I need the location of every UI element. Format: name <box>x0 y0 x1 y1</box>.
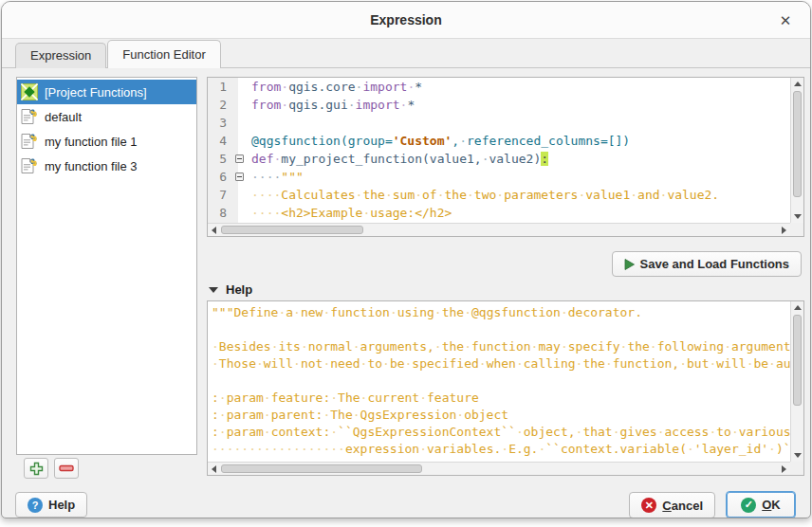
title-bar: Expression ✕ <box>2 2 810 39</box>
scroll-up-icon[interactable] <box>791 78 803 90</box>
triangle-down-icon <box>209 287 218 293</box>
tab-function-editor[interactable]: Function Editor <box>107 40 220 68</box>
plus-icon <box>29 462 44 476</box>
code-line-text: from·qgis.core·import·* <box>248 78 422 96</box>
code-line-text: def·my_project_function(value1,·value2): <box>248 150 548 168</box>
code-line-text: ····<h2>Example·usage:</h2> <box>248 204 452 222</box>
help-line <box>212 373 790 390</box>
cancel-button-label: Cancel <box>662 499 703 513</box>
code-line[interactable]: 6····""" <box>208 168 790 186</box>
python-file-icon <box>21 157 38 174</box>
code-line[interactable]: 3 <box>208 114 790 132</box>
help-button[interactable]: ? Help <box>15 492 87 518</box>
cancel-button[interactable]: ✕ Cancel <box>629 492 715 518</box>
help-vertical-scrollbar[interactable] <box>790 301 803 462</box>
code-line-text: from·qgis.gui·import·* <box>248 96 415 114</box>
list-item[interactable]: my function file 3 <box>17 154 196 178</box>
code-vscroll-thumb[interactable] <box>793 91 802 197</box>
scroll-left-icon[interactable] <box>208 224 220 236</box>
help-line: :·param·context:·``QgsExpressionContext`… <box>212 424 790 441</box>
dialog-title: Expression <box>370 12 441 27</box>
list-item[interactable]: [Project Functions] <box>17 80 196 104</box>
remove-function-file-button[interactable] <box>54 458 79 479</box>
fold-margin <box>232 96 248 114</box>
line-number: 2 <box>208 96 232 114</box>
list-item-label: default <box>45 110 82 124</box>
python-file-icon <box>21 108 38 125</box>
fold-margin <box>232 132 248 150</box>
code-horizontal-scrollbar[interactable] <box>208 223 790 236</box>
code-line-text: ····Calculates·the·sum·of·the·two·parame… <box>248 186 719 204</box>
line-number: 5 <box>208 150 232 168</box>
fold-margin <box>232 114 248 132</box>
code-hscroll-thumb[interactable] <box>221 226 363 234</box>
line-number: 1 <box>208 78 232 96</box>
help-line: ·Those·will·not·need·to·be·specified·whe… <box>212 355 790 373</box>
code-vertical-scrollbar[interactable] <box>790 78 803 223</box>
scroll-down-icon[interactable] <box>791 210 803 223</box>
code-line[interactable]: 1from·qgis.core·import·* <box>208 78 790 96</box>
ok-circle-icon: ✓ <box>741 498 756 513</box>
list-item[interactable]: my function file 1 <box>17 129 196 154</box>
scroll-right-icon[interactable] <box>778 463 790 475</box>
play-icon <box>624 259 635 270</box>
fold-margin <box>232 168 248 186</box>
function-files-list[interactable]: [Project Functions]defaultmy function fi… <box>16 77 197 455</box>
help-line: """Define·a·new·function·using·the·@qgsf… <box>212 304 790 321</box>
fold-collapse-icon[interactable] <box>235 154 244 163</box>
tab-bar: ExpressionFunction Editor <box>2 40 810 68</box>
cancel-circle-icon: ✕ <box>641 498 656 513</box>
python-file-icon <box>21 133 38 150</box>
scroll-right-icon[interactable] <box>778 224 790 236</box>
ok-button-label: OK <box>762 498 781 512</box>
help-text-pane[interactable]: """Define·a·new·function·using·the·@qgsf… <box>207 300 804 476</box>
code-line-text <box>248 114 251 132</box>
add-function-file-button[interactable] <box>24 458 48 479</box>
code-line-text: ····""" <box>248 168 304 186</box>
help-hscroll-thumb[interactable] <box>221 464 422 473</box>
ok-button[interactable]: ✓ OK <box>726 491 796 518</box>
help-line: ·Besides·its·normal·arguments,·the·funct… <box>212 338 790 355</box>
project-functions-icon <box>21 83 38 100</box>
fold-collapse-icon[interactable] <box>235 173 244 181</box>
fold-margin <box>232 78 248 96</box>
save-load-label: Save and Load Functions <box>640 257 789 271</box>
help-circle-icon: ? <box>28 498 43 513</box>
code-line[interactable]: 8····<h2>Example·usage:</h2> <box>208 204 790 222</box>
help-line: ··················expression·variables.·… <box>212 441 790 458</box>
scroll-up-icon[interactable] <box>791 301 803 314</box>
help-line: :·param·parent:·The·QgsExpression·object <box>212 407 790 424</box>
help-line <box>212 321 790 338</box>
help-line: :·param·feature:·The·current·feature <box>212 390 790 407</box>
fold-margin <box>232 186 248 204</box>
help-section-title: Help <box>226 282 252 297</box>
line-number: 6 <box>208 168 232 186</box>
help-section-toggle[interactable]: Help <box>209 282 252 297</box>
code-editor-text[interactable]: 1from·qgis.core·import·*2from·qgis.gui·i… <box>208 78 790 223</box>
help-text[interactable]: """Define·a·new·function·using·the·@qgsf… <box>208 301 790 462</box>
close-icon[interactable]: ✕ <box>774 9 797 32</box>
scroll-down-icon[interactable] <box>791 449 803 462</box>
code-line[interactable]: 2from·qgis.gui·import·* <box>208 96 790 114</box>
list-item[interactable]: default <box>17 104 196 129</box>
minus-icon <box>59 464 74 472</box>
scrollbar-corner <box>790 223 803 236</box>
help-vscroll-thumb[interactable] <box>793 315 802 406</box>
scroll-left-icon[interactable] <box>208 463 220 475</box>
code-line[interactable]: 4@qgsfunction(group='Custom',·referenced… <box>208 132 790 150</box>
code-line-text: @qgsfunction(group='Custom',·referenced_… <box>248 132 630 150</box>
help-horizontal-scrollbar[interactable] <box>208 462 790 475</box>
save-and-load-functions-button[interactable]: Save and Load Functions <box>612 251 802 277</box>
line-number: 8 <box>208 204 232 222</box>
fold-margin <box>232 204 248 222</box>
line-number: 7 <box>208 186 232 204</box>
help-button-label: Help <box>48 498 75 512</box>
tab-expression[interactable]: Expression <box>15 43 106 68</box>
code-line[interactable]: 5def·my_project_function(value1,·value2)… <box>208 150 790 168</box>
scrollbar-corner <box>790 462 803 475</box>
code-editor[interactable]: 1from·qgis.core·import·*2from·qgis.gui·i… <box>207 77 804 237</box>
code-line[interactable]: 7····Calculates·the·sum·of·the·two·param… <box>208 186 790 204</box>
line-number: 4 <box>208 132 232 150</box>
fold-margin <box>232 150 248 168</box>
line-number: 3 <box>208 114 232 132</box>
